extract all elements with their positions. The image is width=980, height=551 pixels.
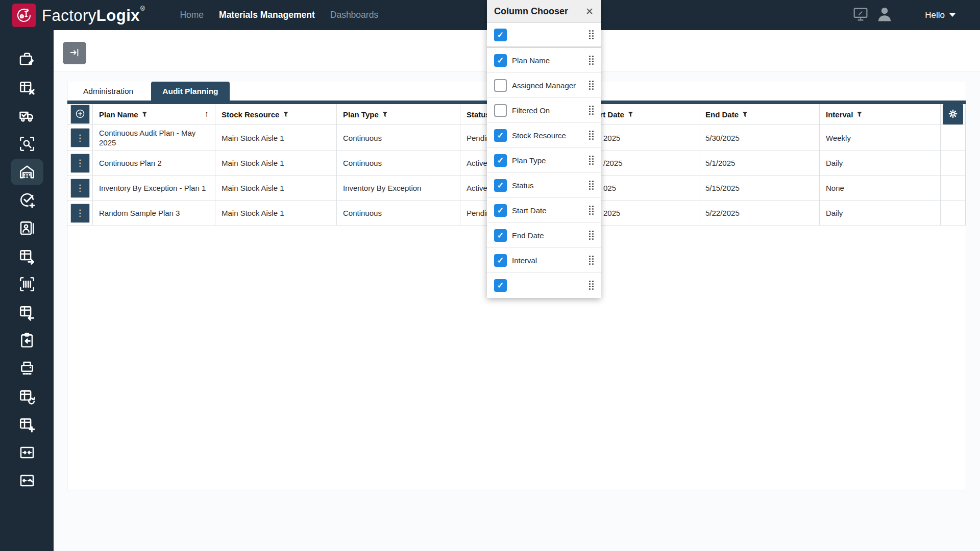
cell-plan-type: Inventory By Exception [337, 176, 460, 201]
table-remove-icon [18, 79, 36, 96]
drag-handle-icon[interactable] [585, 260, 594, 261]
column-chooser-item[interactable]: Plan Type [487, 148, 601, 173]
nav-menu: Home Materials Management Dashboards [180, 10, 378, 20]
sidebar-item-expand-horizontal[interactable] [0, 466, 54, 494]
sidebar-item-table-import[interactable] [0, 298, 54, 326]
checkbox[interactable] [494, 54, 507, 67]
sidebar-item-inspect-search[interactable] [0, 130, 54, 158]
brand-name: FactoryLogix® [42, 5, 145, 25]
drag-handle-icon[interactable] [585, 160, 594, 161]
column-chooser-item[interactable]: Plan Name [487, 48, 601, 73]
column-chooser-item[interactable]: Status [487, 173, 601, 198]
column-chooser-label: Plan Name [512, 56, 585, 65]
column-chooser-item[interactable]: Interval [487, 248, 601, 273]
column-chooser-item[interactable] [487, 273, 601, 298]
filter-icon[interactable] [382, 112, 388, 117]
column-header-interval[interactable]: Interval [820, 104, 941, 125]
app-window: FactoryLogix® Home Materials Management … [0, 0, 980, 551]
filter-icon[interactable] [283, 112, 288, 117]
drag-handle-icon[interactable] [585, 110, 594, 111]
row-menu-button[interactable]: ⋮ [70, 128, 90, 147]
work-order-edit-icon [18, 51, 36, 68]
column-chooser-label: Filtered On [512, 106, 585, 115]
close-icon[interactable]: ✕ [585, 7, 594, 16]
column-chooser-item[interactable]: End Date [487, 223, 601, 248]
column-header-plan-name[interactable]: Plan Name↑ [93, 104, 215, 125]
sidebar-item-table-add[interactable] [0, 410, 54, 438]
sidebar-item-warehouse[interactable] [0, 158, 54, 186]
column-header-plan-type[interactable]: Plan Type [337, 104, 460, 125]
checkbox[interactable] [494, 29, 507, 41]
cell-end-date: 5/22/2025 [699, 201, 820, 226]
monitor-edit-icon[interactable] [853, 8, 868, 23]
sidebar-item-shipment-check[interactable] [0, 102, 54, 130]
sidebar-item-contacts-card[interactable] [0, 214, 54, 242]
checkbox[interactable] [494, 179, 507, 192]
filter-icon[interactable] [742, 112, 748, 117]
sidebar-item-print[interactable] [0, 354, 54, 382]
checkbox[interactable] [494, 104, 507, 117]
row-menu-button[interactable]: ⋮ [70, 204, 90, 223]
sidebar-item-table-remove[interactable] [0, 73, 54, 102]
drag-handle-icon[interactable] [585, 235, 594, 236]
nav-item-dashboards[interactable]: Dashboards [330, 10, 378, 20]
column-header-stock-resource[interactable]: Stock Resource [215, 104, 337, 125]
drag-handle-icon[interactable] [585, 210, 594, 211]
column-chooser-popup: Column Chooser ✕ Plan Name Assigned Mana… [487, 0, 601, 298]
sidebar-item-clipboard-return[interactable] [0, 326, 54, 354]
sidebar-item-collapse-horizontal[interactable] [0, 438, 54, 466]
checkbox[interactable] [494, 204, 507, 217]
nav-item-materials-management[interactable]: Materials Management [219, 10, 315, 20]
filter-icon[interactable] [142, 112, 148, 117]
drag-handle-icon[interactable] [585, 285, 594, 286]
cell-plan-type: Continuous [337, 125, 460, 151]
inspect-search-icon [18, 135, 36, 153]
row-menu-button[interactable]: ⋮ [70, 154, 90, 173]
arrow-to-bar-icon [69, 47, 80, 60]
column-header-end-date[interactable]: End Date [699, 104, 820, 125]
drag-handle-icon[interactable] [585, 185, 594, 186]
shipment-check-icon [18, 107, 36, 124]
drag-handle-icon[interactable] [585, 85, 594, 86]
user-avatar-icon[interactable] [876, 6, 893, 25]
checkbox[interactable] [494, 154, 507, 167]
checkbox[interactable] [494, 254, 507, 267]
sidebar-item-table-refresh[interactable] [0, 382, 54, 410]
cell-stock-resource: Main Stock Aisle 1 [215, 151, 337, 176]
column-chooser-header[interactable]: Column Chooser ✕ [487, 0, 601, 23]
sidebar-item-audit-add[interactable] [0, 186, 54, 214]
drag-handle-icon[interactable] [585, 60, 594, 61]
tab-strip: Administration Audit Planning [67, 82, 230, 101]
tab-audit-planning[interactable]: Audit Planning [151, 82, 229, 101]
column-chooser-item[interactable]: Assigned Manager [487, 73, 601, 98]
checkbox[interactable] [494, 229, 507, 242]
table-import-icon [18, 304, 36, 321]
row-menu-button[interactable]: ⋮ [70, 179, 90, 198]
sidebar-item-barcode-scan[interactable] [0, 270, 54, 298]
filter-icon[interactable] [856, 112, 862, 117]
chevron-down-icon [949, 13, 955, 17]
drag-handle-icon[interactable] [585, 34, 594, 36]
cell-stock-resource: Main Stock Aisle 1 [215, 176, 337, 201]
cell-end-date: 5/30/2025 [699, 125, 820, 151]
checkbox[interactable] [494, 279, 507, 292]
tab-administration[interactable]: Administration [72, 82, 144, 101]
column-settings-button[interactable] [943, 104, 963, 124]
drag-handle-icon[interactable] [585, 135, 594, 136]
expand-all-button[interactable] [70, 105, 90, 124]
nav-item-home[interactable]: Home [180, 10, 204, 20]
column-chooser-item[interactable]: Stock Resource [487, 123, 601, 148]
user-menu[interactable]: Hello [925, 10, 955, 20]
collapse-panel-button[interactable] [63, 42, 86, 64]
checkbox[interactable] [494, 129, 507, 142]
cell-interval: Daily [820, 151, 941, 176]
filter-icon[interactable] [628, 112, 633, 117]
checkbox[interactable] [494, 79, 507, 92]
column-chooser-item[interactable]: Start Date [487, 198, 601, 223]
cell-end-date: 5/1/2025 [699, 151, 820, 176]
plus-circle-icon [75, 108, 86, 121]
column-chooser-item[interactable] [487, 23, 601, 48]
sidebar-item-work-order-edit[interactable] [0, 45, 54, 73]
sidebar-item-table-export[interactable] [0, 242, 54, 270]
column-chooser-item[interactable]: Filtered On [487, 98, 601, 123]
